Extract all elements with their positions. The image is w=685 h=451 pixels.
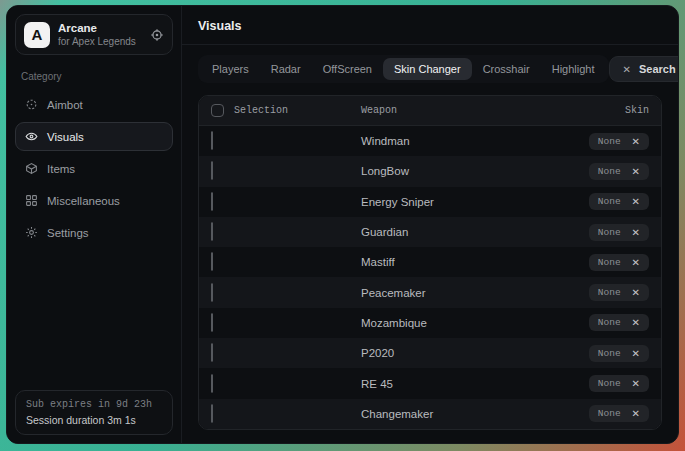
sidebar-nav: Aimbot Visuals Items xyxy=(15,90,173,247)
sidebar-item-visuals[interactable]: Visuals xyxy=(15,122,173,151)
main-panel: Visuals Players Radar OffScreen Skin Cha… xyxy=(182,6,678,443)
clear-skin-icon[interactable]: ✕ xyxy=(632,348,640,359)
package-icon xyxy=(25,162,38,175)
skin-value: None xyxy=(598,317,621,328)
sidebar-item-aimbot[interactable]: Aimbot xyxy=(15,90,173,119)
clear-skin-icon[interactable]: ✕ xyxy=(632,408,640,419)
column-weapon: Weapon xyxy=(361,105,539,116)
row-checkbox[interactable] xyxy=(211,131,213,150)
app-subtitle: for Apex Legends xyxy=(58,35,142,48)
app-name: Arcane xyxy=(58,21,142,35)
table-row: Changemaker None✕ xyxy=(199,399,661,429)
page-title: Visuals xyxy=(198,19,662,33)
row-checkbox[interactable] xyxy=(211,313,213,332)
row-checkbox[interactable] xyxy=(211,374,213,393)
target-icon[interactable] xyxy=(150,28,164,42)
weapon-name: Windman xyxy=(361,135,539,147)
tab-skin-changer[interactable]: Skin Changer xyxy=(383,58,472,80)
skin-badge[interactable]: None✕ xyxy=(589,345,649,362)
row-checkbox[interactable] xyxy=(211,192,213,211)
sidebar: A Arcane for Apex Legends Category xyxy=(7,6,182,443)
tab-offscreen[interactable]: OffScreen xyxy=(312,58,383,80)
clear-skin-icon[interactable]: ✕ xyxy=(632,227,640,238)
skin-value: None xyxy=(598,257,621,268)
skin-badge[interactable]: None✕ xyxy=(589,163,649,180)
tab-radar[interactable]: Radar xyxy=(260,58,312,80)
table-row: Energy Sniper None✕ xyxy=(199,187,661,217)
tab-highlight[interactable]: Highlight xyxy=(541,58,606,80)
skin-badge[interactable]: None✕ xyxy=(589,314,649,331)
tab-bar: Players Radar OffScreen Skin Changer Cro… xyxy=(198,55,609,83)
weapon-name: Energy Sniper xyxy=(361,196,539,208)
toolbar: Players Radar OffScreen Skin Changer Cro… xyxy=(182,45,678,91)
table-row: Mastiff None✕ xyxy=(199,247,661,277)
clear-skin-icon[interactable]: ✕ xyxy=(632,196,640,207)
skin-badge[interactable]: None✕ xyxy=(589,375,649,392)
search-button-label: Search xyxy=(639,63,676,75)
clear-skin-icon[interactable]: ✕ xyxy=(632,317,640,328)
table-row: RE 45 None✕ xyxy=(199,368,661,398)
select-all-checkbox[interactable] xyxy=(211,104,224,117)
app-logo: A xyxy=(24,22,50,48)
clear-skin-icon[interactable]: ✕ xyxy=(632,257,640,268)
clear-skin-icon[interactable]: ✕ xyxy=(632,136,640,147)
skin-badge[interactable]: None✕ xyxy=(589,193,649,210)
profile-card[interactable]: A Arcane for Apex Legends xyxy=(15,14,173,55)
eye-icon xyxy=(25,130,38,143)
weapon-name: Peacemaker xyxy=(361,287,539,299)
sidebar-spacer xyxy=(15,247,173,390)
row-checkbox[interactable] xyxy=(211,283,213,302)
skin-badge[interactable]: None✕ xyxy=(589,224,649,241)
weapon-name: Changemaker xyxy=(361,408,539,420)
sidebar-item-label: Items xyxy=(47,163,75,175)
skin-value: None xyxy=(598,196,621,207)
sidebar-item-miscellaneous[interactable]: Miscellaneous xyxy=(15,186,173,215)
row-checkbox[interactable] xyxy=(211,404,213,423)
skin-value: None xyxy=(598,287,621,298)
grid-icon xyxy=(25,194,38,207)
skin-badge[interactable]: None✕ xyxy=(589,405,649,422)
skin-value: None xyxy=(598,136,621,147)
sub-expiry-text: Sub expires in 9d 23h xyxy=(26,399,162,410)
sidebar-item-label: Settings xyxy=(47,227,89,239)
table-row: Mozambique None✕ xyxy=(199,308,661,338)
weapon-name: P2020 xyxy=(361,347,539,359)
skin-badge[interactable]: None✕ xyxy=(589,133,649,150)
table-row: Guardian None✕ xyxy=(199,217,661,247)
sidebar-item-label: Miscellaneous xyxy=(47,195,120,207)
clear-skin-icon[interactable]: ✕ xyxy=(632,166,640,177)
tab-players[interactable]: Players xyxy=(201,58,260,80)
session-duration-text: Session duration 3m 1s xyxy=(26,414,162,426)
column-skin: Skin xyxy=(539,105,649,116)
sidebar-item-label: Visuals xyxy=(47,131,84,143)
gear-icon xyxy=(25,226,38,239)
row-checkbox[interactable] xyxy=(211,252,213,271)
skin-badge[interactable]: None✕ xyxy=(589,284,649,301)
skin-badge[interactable]: None✕ xyxy=(589,254,649,271)
table-row: Windman None✕ xyxy=(199,126,661,156)
column-selection: Selection xyxy=(234,105,288,116)
skin-value: None xyxy=(598,378,621,389)
row-checkbox[interactable] xyxy=(211,161,213,180)
sidebar-item-settings[interactable]: Settings xyxy=(15,218,173,247)
sidebar-item-items[interactable]: Items xyxy=(15,154,173,183)
skin-value: None xyxy=(598,408,621,419)
clear-skin-icon[interactable]: ✕ xyxy=(632,378,640,389)
skin-value: None xyxy=(598,348,621,359)
crosshair-icon xyxy=(25,98,38,111)
tab-crosshair[interactable]: Crosshair xyxy=(472,58,541,80)
app-window: A Arcane for Apex Legends Category xyxy=(6,5,679,444)
search-x-icon: ✕ xyxy=(623,64,631,75)
row-checkbox[interactable] xyxy=(211,222,213,241)
weapon-name: LongBow xyxy=(361,165,539,177)
search-button[interactable]: ✕ Search xyxy=(609,56,679,82)
weapon-name: RE 45 xyxy=(361,378,539,390)
row-checkbox[interactable] xyxy=(211,343,213,362)
clear-skin-icon[interactable]: ✕ xyxy=(632,287,640,298)
weapon-name: Mastiff xyxy=(361,256,539,268)
table-header: Selection Weapon Skin xyxy=(199,96,661,126)
weapon-name: Guardian xyxy=(361,226,539,238)
profile-text: Arcane for Apex Legends xyxy=(58,21,142,48)
table-row: Peacemaker None✕ xyxy=(199,277,661,307)
category-label: Category xyxy=(21,71,167,82)
